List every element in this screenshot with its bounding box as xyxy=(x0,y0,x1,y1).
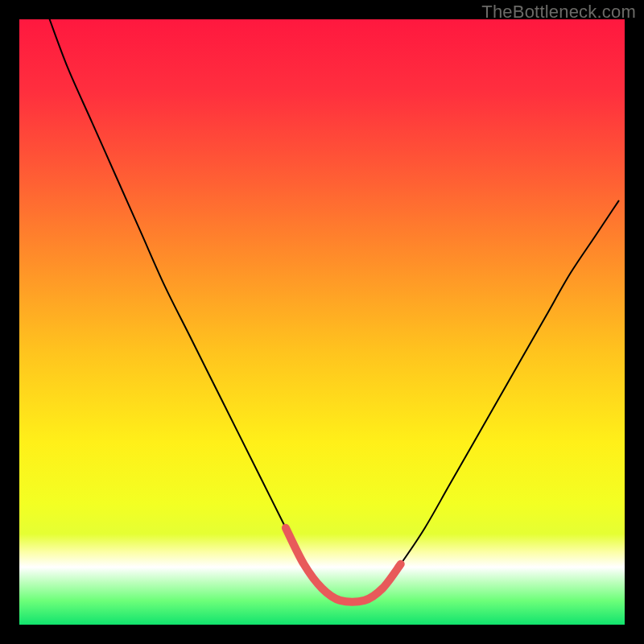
chart-frame: TheBottleneck.com xyxy=(0,0,644,644)
chart-plot xyxy=(19,19,625,625)
watermark-text: TheBottleneck.com xyxy=(481,2,636,23)
chart-background xyxy=(19,19,625,625)
